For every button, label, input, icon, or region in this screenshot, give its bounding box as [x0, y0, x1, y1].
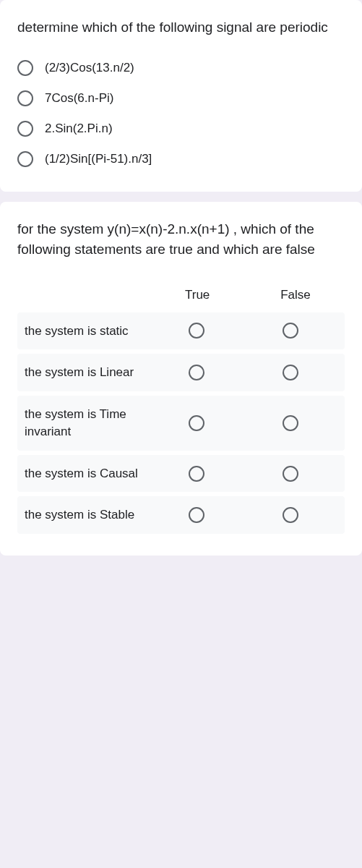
- question-card-1: determine which of the following signal …: [0, 0, 362, 192]
- column-header-true: True: [148, 288, 246, 302]
- radio-icon[interactable]: [283, 323, 298, 339]
- grid-header-spacer: [17, 288, 148, 302]
- cell-true: [150, 365, 244, 380]
- row-label: the system is Linear: [25, 364, 150, 381]
- radio-icon: [17, 151, 33, 167]
- option-row-2[interactable]: 2.Sin(2.Pi.n): [17, 114, 345, 144]
- radio-icon[interactable]: [189, 466, 204, 482]
- cell-true: [150, 323, 244, 339]
- row-label: the system is static: [25, 323, 150, 340]
- grid-row-2: the system is Time invariant: [17, 396, 345, 451]
- radio-icon[interactable]: [283, 466, 298, 482]
- radio-icon: [17, 90, 33, 106]
- question-prompt: determine which of the following signal …: [17, 17, 345, 38]
- row-label: the system is Time invariant: [25, 406, 150, 441]
- grid-container: True False the system is static the syst…: [17, 278, 345, 535]
- cell-false: [244, 466, 337, 482]
- grid-header: True False: [17, 278, 345, 312]
- radio-icon[interactable]: [189, 415, 204, 431]
- radio-icon[interactable]: [189, 365, 204, 380]
- row-label: the system is Stable: [25, 506, 150, 524]
- radio-icon[interactable]: [189, 323, 204, 339]
- option-label: (2/3)Cos(13.n/2): [45, 61, 134, 75]
- cell-true: [150, 507, 244, 523]
- radio-icon[interactable]: [189, 507, 204, 523]
- grid-row-1: the system is Linear: [17, 354, 345, 391]
- question-card-2: for the system y(n)=x(n)-2.n.x(n+1) , wh…: [0, 202, 362, 556]
- row-label: the system is Causal: [25, 465, 150, 482]
- option-label: (1/2)Sin[(Pi-51).n/3]: [45, 152, 152, 166]
- cell-true: [150, 415, 244, 431]
- cell-false: [244, 323, 337, 339]
- radio-icon[interactable]: [283, 415, 298, 431]
- radio-icon: [17, 60, 33, 76]
- radio-icon: [17, 121, 33, 137]
- option-label: 7Cos(6.n-Pi): [45, 91, 113, 106]
- radio-icon[interactable]: [283, 507, 298, 523]
- option-label: 2.Sin(2.Pi.n): [45, 122, 113, 136]
- question-prompt: for the system y(n)=x(n)-2.n.x(n+1) , wh…: [17, 219, 345, 260]
- cell-false: [244, 507, 337, 523]
- grid-row-3: the system is Causal: [17, 455, 345, 493]
- option-row-0[interactable]: (2/3)Cos(13.n/2): [17, 53, 345, 83]
- cell-false: [244, 365, 337, 380]
- grid-row-4: the system is Stable: [17, 496, 345, 534]
- option-row-3[interactable]: (1/2)Sin[(Pi-51).n/3]: [17, 144, 345, 174]
- option-row-1[interactable]: 7Cos(6.n-Pi): [17, 83, 345, 114]
- grid-row-0: the system is static: [17, 312, 345, 350]
- cell-false: [244, 415, 337, 431]
- column-header-false: False: [246, 288, 345, 302]
- cell-true: [150, 466, 244, 482]
- radio-icon[interactable]: [283, 365, 298, 380]
